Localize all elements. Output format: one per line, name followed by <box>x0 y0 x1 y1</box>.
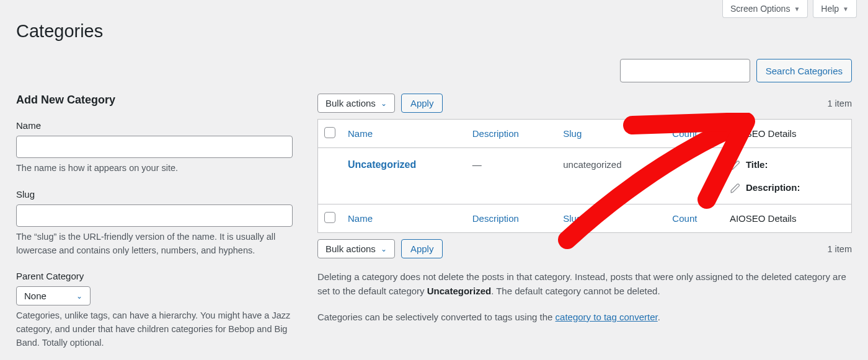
item-count-top: 1 item <box>828 99 852 108</box>
search-categories-input[interactable] <box>620 59 750 82</box>
select-all-checkbox-bottom[interactable] <box>324 212 335 223</box>
name-field-label: Name <box>16 120 293 131</box>
col-count[interactable]: Count <box>666 120 724 148</box>
category-to-tag-converter-link[interactable]: category to tag converter <box>556 312 658 322</box>
row-name-link[interactable]: Uncategorized <box>348 159 416 170</box>
slug-field-label: Slug <box>16 189 293 200</box>
help-label: Help <box>821 4 839 14</box>
pencil-icon[interactable] <box>730 183 740 193</box>
caret-down-icon: ▼ <box>794 6 800 12</box>
table-row: Uncategorized — uncategorized Title: <box>318 148 852 204</box>
slug-input[interactable] <box>16 204 293 227</box>
bulk-actions-select-bottom[interactable]: Bulk actions ⌄ <box>317 239 395 258</box>
chevron-down-icon: ⌄ <box>381 245 387 253</box>
chevron-down-icon: ⌄ <box>381 99 387 108</box>
col-count[interactable]: Count <box>666 204 724 233</box>
apply-button-bottom[interactable]: Apply <box>401 239 443 258</box>
col-description[interactable]: Description <box>466 120 557 148</box>
row-count <box>666 148 724 204</box>
col-aioseo: AIOSEO Details <box>724 204 852 233</box>
bulk-actions-label: Bulk actions <box>326 244 376 254</box>
item-count-bottom: 1 item <box>828 244 852 254</box>
screen-options-tab[interactable]: Screen Options ▼ <box>722 0 808 18</box>
bulk-actions-label: Bulk actions <box>326 98 376 108</box>
col-name[interactable]: Name <box>342 120 466 148</box>
delete-note: Deleting a category does not delete the … <box>317 270 852 299</box>
parent-category-label: Parent Category <box>16 271 293 281</box>
row-aioseo: Title: Description: <box>724 148 852 204</box>
row-description: — <box>466 148 557 204</box>
aioseo-title-label: Title: <box>746 159 768 170</box>
parent-category-value: None <box>24 291 46 301</box>
caret-down-icon: ▼ <box>843 6 849 12</box>
col-description[interactable]: Description <box>466 204 557 233</box>
slug-help-text: The “slug” is the URL-friendly version o… <box>16 230 293 258</box>
convert-note: Categories can be selectively converted … <box>317 310 852 324</box>
categories-table: Name Description Slug Count AIOSEO Detai… <box>317 119 852 233</box>
pencil-icon[interactable] <box>730 160 740 170</box>
bulk-actions-select-top[interactable]: Bulk actions ⌄ <box>317 94 395 113</box>
col-name[interactable]: Name <box>342 204 466 233</box>
name-input[interactable] <box>16 136 293 158</box>
help-tab[interactable]: Help ▼ <box>813 0 857 18</box>
row-slug: uncategorized <box>557 148 666 204</box>
col-slug[interactable]: Slug <box>557 120 666 148</box>
aioseo-description-label: Description: <box>746 182 800 193</box>
add-new-category-heading: Add New Category <box>16 94 293 107</box>
screen-options-label: Screen Options <box>730 4 790 14</box>
apply-button-top[interactable]: Apply <box>401 94 443 113</box>
parent-category-select[interactable]: None ⌄ <box>16 286 91 305</box>
parent-help-text: Categories, unlike tags, can have a hier… <box>16 309 293 349</box>
chevron-down-icon: ⌄ <box>76 292 82 301</box>
search-categories-button[interactable]: Search Categories <box>756 59 852 82</box>
page-title: Categories <box>16 21 852 42</box>
select-all-checkbox-top[interactable] <box>324 127 335 138</box>
name-help-text: The name is how it appears on your site. <box>16 162 293 175</box>
col-slug[interactable]: Slug <box>557 204 666 233</box>
col-aioseo: AIOSEO Details <box>724 120 852 148</box>
